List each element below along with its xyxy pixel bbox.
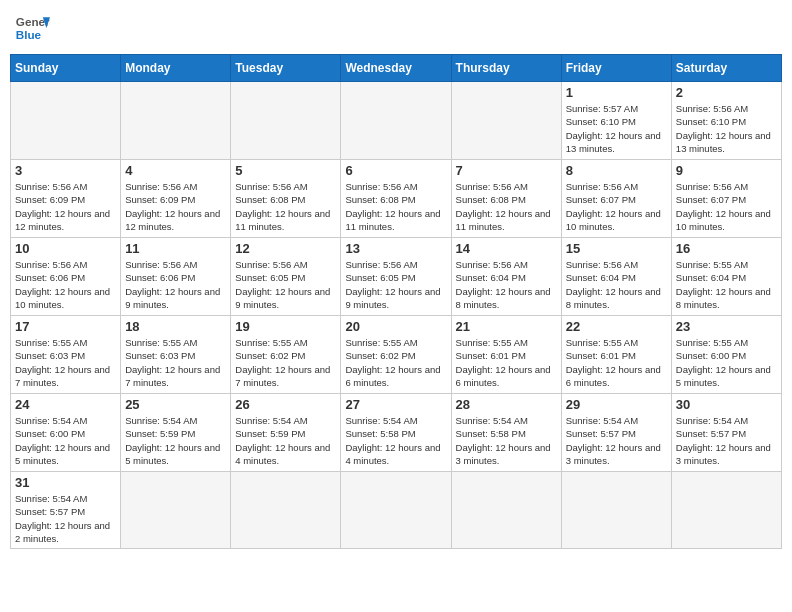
calendar-day-24: 24Sunrise: 5:54 AM Sunset: 6:00 PM Dayli… [11, 394, 121, 472]
svg-text:Blue: Blue [16, 28, 42, 41]
day-number: 12 [235, 241, 336, 256]
day-number: 26 [235, 397, 336, 412]
calendar-day-25: 25Sunrise: 5:54 AM Sunset: 5:59 PM Dayli… [121, 394, 231, 472]
day-info: Sunrise: 5:55 AM Sunset: 6:02 PM Dayligh… [345, 336, 446, 389]
day-number: 16 [676, 241, 777, 256]
day-number: 15 [566, 241, 667, 256]
day-info: Sunrise: 5:55 AM Sunset: 6:01 PM Dayligh… [566, 336, 667, 389]
day-info: Sunrise: 5:56 AM Sunset: 6:05 PM Dayligh… [345, 258, 446, 311]
day-number: 28 [456, 397, 557, 412]
day-info: Sunrise: 5:54 AM Sunset: 5:57 PM Dayligh… [676, 414, 777, 467]
calendar-day-empty [451, 472, 561, 549]
day-info: Sunrise: 5:56 AM Sunset: 6:07 PM Dayligh… [676, 180, 777, 233]
day-info: Sunrise: 5:54 AM Sunset: 5:59 PM Dayligh… [235, 414, 336, 467]
calendar-day-13: 13Sunrise: 5:56 AM Sunset: 6:05 PM Dayli… [341, 238, 451, 316]
day-info: Sunrise: 5:56 AM Sunset: 6:04 PM Dayligh… [456, 258, 557, 311]
day-info: Sunrise: 5:54 AM Sunset: 5:57 PM Dayligh… [15, 492, 116, 545]
calendar-day-5: 5Sunrise: 5:56 AM Sunset: 6:08 PM Daylig… [231, 160, 341, 238]
calendar-day-26: 26Sunrise: 5:54 AM Sunset: 5:59 PM Dayli… [231, 394, 341, 472]
day-info: Sunrise: 5:56 AM Sunset: 6:06 PM Dayligh… [125, 258, 226, 311]
day-info: Sunrise: 5:56 AM Sunset: 6:08 PM Dayligh… [235, 180, 336, 233]
day-info: Sunrise: 5:56 AM Sunset: 6:09 PM Dayligh… [125, 180, 226, 233]
day-info: Sunrise: 5:55 AM Sunset: 6:02 PM Dayligh… [235, 336, 336, 389]
calendar-day-4: 4Sunrise: 5:56 AM Sunset: 6:09 PM Daylig… [121, 160, 231, 238]
day-number: 11 [125, 241, 226, 256]
day-info: Sunrise: 5:56 AM Sunset: 6:07 PM Dayligh… [566, 180, 667, 233]
calendar-day-empty [11, 82, 121, 160]
calendar-day-2: 2Sunrise: 5:56 AM Sunset: 6:10 PM Daylig… [671, 82, 781, 160]
day-info: Sunrise: 5:54 AM Sunset: 5:58 PM Dayligh… [456, 414, 557, 467]
day-number: 1 [566, 85, 667, 100]
calendar-day-empty [341, 472, 451, 549]
day-number: 29 [566, 397, 667, 412]
calendar-day-empty [231, 472, 341, 549]
calendar-day-21: 21Sunrise: 5:55 AM Sunset: 6:01 PM Dayli… [451, 316, 561, 394]
day-number: 31 [15, 475, 116, 490]
day-info: Sunrise: 5:54 AM Sunset: 5:57 PM Dayligh… [566, 414, 667, 467]
calendar-day-18: 18Sunrise: 5:55 AM Sunset: 6:03 PM Dayli… [121, 316, 231, 394]
day-info: Sunrise: 5:56 AM Sunset: 6:05 PM Dayligh… [235, 258, 336, 311]
day-info: Sunrise: 5:56 AM Sunset: 6:04 PM Dayligh… [566, 258, 667, 311]
calendar-week-row: 3Sunrise: 5:56 AM Sunset: 6:09 PM Daylig… [11, 160, 782, 238]
calendar-week-row: 10Sunrise: 5:56 AM Sunset: 6:06 PM Dayli… [11, 238, 782, 316]
weekday-header-thursday: Thursday [451, 55, 561, 82]
calendar-day-6: 6Sunrise: 5:56 AM Sunset: 6:08 PM Daylig… [341, 160, 451, 238]
calendar-day-19: 19Sunrise: 5:55 AM Sunset: 6:02 PM Dayli… [231, 316, 341, 394]
calendar-day-16: 16Sunrise: 5:55 AM Sunset: 6:04 PM Dayli… [671, 238, 781, 316]
day-number: 7 [456, 163, 557, 178]
generalblue-logo-icon: General Blue [14, 10, 50, 46]
day-info: Sunrise: 5:55 AM Sunset: 6:03 PM Dayligh… [15, 336, 116, 389]
calendar-day-empty [121, 82, 231, 160]
day-info: Sunrise: 5:57 AM Sunset: 6:10 PM Dayligh… [566, 102, 667, 155]
day-number: 13 [345, 241, 446, 256]
day-number: 3 [15, 163, 116, 178]
calendar-day-empty [231, 82, 341, 160]
calendar-day-3: 3Sunrise: 5:56 AM Sunset: 6:09 PM Daylig… [11, 160, 121, 238]
day-number: 20 [345, 319, 446, 334]
day-number: 2 [676, 85, 777, 100]
day-number: 30 [676, 397, 777, 412]
day-info: Sunrise: 5:55 AM Sunset: 6:01 PM Dayligh… [456, 336, 557, 389]
calendar-day-empty [671, 472, 781, 549]
calendar-day-27: 27Sunrise: 5:54 AM Sunset: 5:58 PM Dayli… [341, 394, 451, 472]
day-number: 5 [235, 163, 336, 178]
calendar-day-30: 30Sunrise: 5:54 AM Sunset: 5:57 PM Dayli… [671, 394, 781, 472]
weekday-header-sunday: Sunday [11, 55, 121, 82]
day-number: 27 [345, 397, 446, 412]
day-info: Sunrise: 5:56 AM Sunset: 6:06 PM Dayligh… [15, 258, 116, 311]
day-info: Sunrise: 5:56 AM Sunset: 6:08 PM Dayligh… [456, 180, 557, 233]
day-number: 6 [345, 163, 446, 178]
calendar-day-17: 17Sunrise: 5:55 AM Sunset: 6:03 PM Dayli… [11, 316, 121, 394]
day-number: 18 [125, 319, 226, 334]
day-info: Sunrise: 5:54 AM Sunset: 5:59 PM Dayligh… [125, 414, 226, 467]
day-info: Sunrise: 5:56 AM Sunset: 6:10 PM Dayligh… [676, 102, 777, 155]
day-number: 21 [456, 319, 557, 334]
weekday-header-row: SundayMondayTuesdayWednesdayThursdayFrid… [11, 55, 782, 82]
day-info: Sunrise: 5:56 AM Sunset: 6:08 PM Dayligh… [345, 180, 446, 233]
calendar-day-28: 28Sunrise: 5:54 AM Sunset: 5:58 PM Dayli… [451, 394, 561, 472]
weekday-header-tuesday: Tuesday [231, 55, 341, 82]
calendar-week-row: 1Sunrise: 5:57 AM Sunset: 6:10 PM Daylig… [11, 82, 782, 160]
weekday-header-wednesday: Wednesday [341, 55, 451, 82]
calendar-week-row: 31Sunrise: 5:54 AM Sunset: 5:57 PM Dayli… [11, 472, 782, 549]
day-info: Sunrise: 5:55 AM Sunset: 6:04 PM Dayligh… [676, 258, 777, 311]
calendar-week-row: 24Sunrise: 5:54 AM Sunset: 6:00 PM Dayli… [11, 394, 782, 472]
day-number: 10 [15, 241, 116, 256]
day-number: 23 [676, 319, 777, 334]
day-number: 14 [456, 241, 557, 256]
day-number: 17 [15, 319, 116, 334]
day-info: Sunrise: 5:54 AM Sunset: 5:58 PM Dayligh… [345, 414, 446, 467]
calendar-day-31: 31Sunrise: 5:54 AM Sunset: 5:57 PM Dayli… [11, 472, 121, 549]
calendar-day-1: 1Sunrise: 5:57 AM Sunset: 6:10 PM Daylig… [561, 82, 671, 160]
day-number: 8 [566, 163, 667, 178]
calendar-day-9: 9Sunrise: 5:56 AM Sunset: 6:07 PM Daylig… [671, 160, 781, 238]
day-number: 19 [235, 319, 336, 334]
day-number: 25 [125, 397, 226, 412]
day-info: Sunrise: 5:55 AM Sunset: 6:03 PM Dayligh… [125, 336, 226, 389]
calendar-day-empty [561, 472, 671, 549]
day-number: 4 [125, 163, 226, 178]
calendar-day-29: 29Sunrise: 5:54 AM Sunset: 5:57 PM Dayli… [561, 394, 671, 472]
calendar-day-23: 23Sunrise: 5:55 AM Sunset: 6:00 PM Dayli… [671, 316, 781, 394]
weekday-header-monday: Monday [121, 55, 231, 82]
calendar-day-12: 12Sunrise: 5:56 AM Sunset: 6:05 PM Dayli… [231, 238, 341, 316]
